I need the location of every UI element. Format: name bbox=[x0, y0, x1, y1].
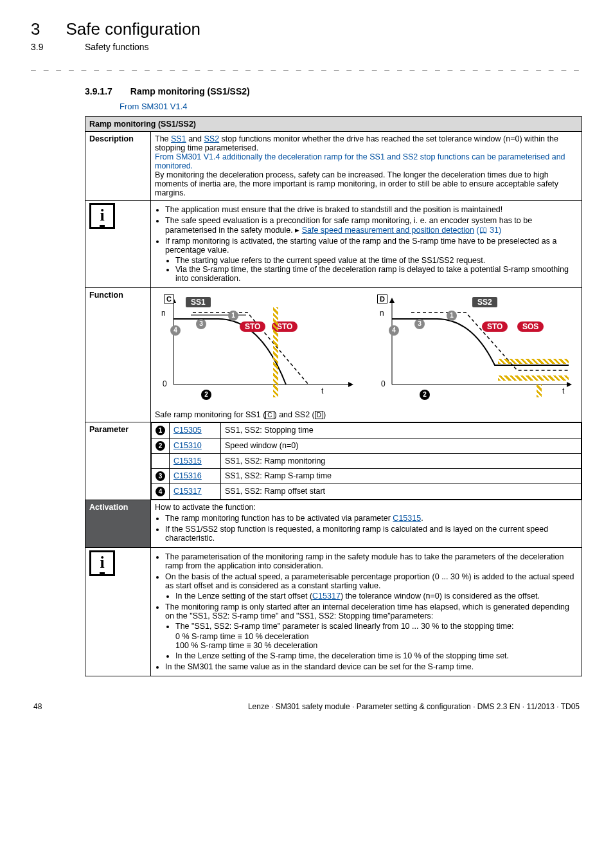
page-number: 48 bbox=[33, 702, 42, 711]
info-table: Ramp monitoring (SS1/SS2) Description Th… bbox=[85, 116, 582, 676]
subsection-number: 3.9.1.7 bbox=[85, 86, 112, 96]
info1-body: The application must ensure that the dri… bbox=[151, 201, 582, 288]
table-title: Ramp monitoring (SS1/SS2) bbox=[85, 117, 582, 132]
row-description-label: Description bbox=[85, 132, 151, 201]
row-activation-label: Activation bbox=[85, 500, 151, 548]
chapter-number: 3 bbox=[31, 19, 40, 39]
table-row: C15315SS1, SS2: Ramp monitoring bbox=[152, 454, 582, 469]
footer-text: Lenze · SM301 safety module · Parameter … bbox=[248, 702, 580, 711]
table-row: 2C15310Speed window (n=0) bbox=[152, 439, 582, 454]
row-function-body: C SS1 STO STO 1 3 4 2 n 0 t bbox=[151, 288, 582, 422]
page-footer: 48 Lenze · SM301 safety module · Paramet… bbox=[31, 702, 582, 711]
param-link[interactable]: C15315 bbox=[173, 457, 202, 466]
row-description-body: The SS1 and SS2 stop functions monitor w… bbox=[151, 132, 582, 201]
version-note: From SM301 V1.4 bbox=[120, 102, 582, 111]
info-icon-cell-2: i bbox=[85, 548, 151, 676]
link-c15317[interactable]: C15317 bbox=[312, 592, 341, 601]
row-activation-body: How to activate the function: The ramp m… bbox=[151, 500, 582, 548]
subsection-header: 3.9.1.7 Ramp monitoring (SS1/SS2) bbox=[85, 86, 582, 96]
row-parameter-label: Parameter bbox=[85, 422, 151, 500]
main-content: 3.9.1.7 Ramp monitoring (SS1/SS2) From S… bbox=[85, 86, 582, 676]
section-title: Safety functions bbox=[85, 42, 149, 52]
param-link[interactable]: C15317 bbox=[173, 487, 202, 496]
link-c15315[interactable]: C15315 bbox=[393, 514, 421, 523]
table-row: 4C15317SS1, SS2: Ramp offset start bbox=[152, 484, 582, 500]
diagram-caption: Safe ramp monitoring for SS1 (C) and SS2… bbox=[155, 410, 578, 419]
table-row: 3C15316SS1, SS2: Ramp S-ramp time bbox=[152, 469, 582, 484]
link-safe-speed[interactable]: Safe speed measurement and position dete… bbox=[302, 226, 474, 235]
svg-marker-3 bbox=[348, 382, 353, 387]
chapter-title: Safe configuration bbox=[66, 19, 200, 39]
subsection-title: Ramp monitoring (SS1/SS2) bbox=[130, 86, 250, 96]
link-ss1[interactable]: SS1 bbox=[171, 134, 186, 143]
info2-body: The parameterisation of the monitoring r… bbox=[151, 548, 582, 676]
divider: _ _ _ _ _ _ _ _ _ _ _ _ _ _ _ _ _ _ _ _ … bbox=[31, 61, 582, 71]
info-icon: i bbox=[89, 550, 115, 576]
info-icon-cell: i bbox=[85, 201, 151, 288]
info-icon: i bbox=[89, 203, 115, 229]
page-header: 3 Safe configuration bbox=[31, 19, 582, 39]
section-header: 3.9 Safety functions bbox=[31, 42, 582, 52]
section-number: 3.9 bbox=[31, 42, 59, 52]
svg-marker-7 bbox=[389, 298, 395, 303]
row-parameter-body: 1C15305SS1, SS2: Stopping time2C15310Spe… bbox=[151, 422, 582, 500]
param-link[interactable]: C15316 bbox=[173, 471, 202, 480]
param-link[interactable]: C15305 bbox=[173, 426, 202, 435]
param-link[interactable]: C15310 bbox=[173, 441, 202, 450]
row-function-label: Function bbox=[85, 288, 151, 422]
link-ss2[interactable]: SS2 bbox=[204, 134, 219, 143]
diagram-ss1: C SS1 STO STO 1 3 4 2 n 0 t bbox=[157, 294, 357, 404]
diagram-ss2: D SS2 STO SOS 1 3 4 2 n 0 t bbox=[376, 294, 575, 404]
svg-marker-9 bbox=[567, 382, 572, 387]
table-row: 1C15305SS1, SS2: Stopping time bbox=[152, 423, 582, 439]
